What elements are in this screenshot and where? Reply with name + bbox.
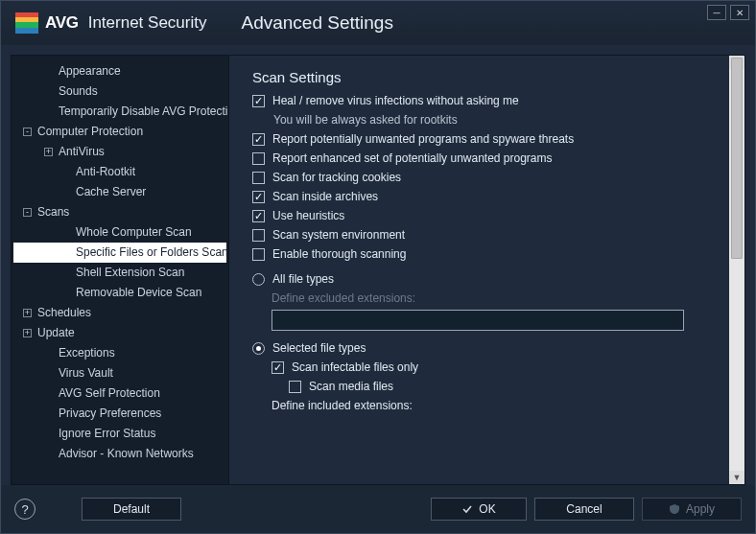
excluded-extensions-input[interactable] (272, 310, 684, 331)
checkbox-label: Scan system environment (272, 228, 405, 242)
radio-all-file-types[interactable]: All file types (252, 269, 725, 289)
sidebar-item[interactable]: Advisor - Known Networks (13, 444, 226, 464)
window-controls: ─ ✕ (707, 5, 749, 20)
sidebar[interactable]: AppearanceSoundsTemporarily Disable AVG … (11, 55, 229, 485)
checkbox-label: Enable thorough scanning (272, 247, 406, 261)
expand-icon[interactable]: + (44, 148, 53, 156)
excluded-extensions-field-wrap (252, 308, 725, 338)
footer: ? Default OK Cancel Apply (1, 485, 755, 533)
checkbox-icon (252, 210, 265, 222)
sidebar-item-label: Anti-Rootkit (76, 164, 135, 180)
sidebar-item[interactable]: +AntiVirus (13, 142, 226, 162)
sidebar-item-label: AVG Self Protection (59, 385, 160, 402)
radio-icon (252, 342, 265, 355)
shield-icon (669, 503, 680, 515)
sidebar-item[interactable]: Appearance (13, 61, 226, 81)
brand-name: AVG (45, 13, 79, 33)
sidebar-item[interactable]: +Update (13, 323, 226, 343)
sidebar-item-label: AntiVirus (59, 144, 105, 160)
cancel-button[interactable]: Cancel (534, 498, 634, 521)
checkbox-icon (252, 248, 265, 261)
sidebar-item[interactable]: Shell Extension Scan (13, 263, 226, 283)
radio-icon (252, 273, 265, 286)
sidebar-item[interactable]: Temporarily Disable AVG Protection (13, 102, 226, 122)
checkbox-row[interactable]: Heal / remove virus infections without a… (252, 91, 725, 110)
sidebar-item-label: Schedules (37, 305, 91, 321)
collapse-icon[interactable]: - (23, 128, 32, 136)
svg-rect-2 (15, 12, 38, 17)
sidebar-item[interactable]: Specific Files or Folders Scan (13, 243, 226, 263)
default-button[interactable]: Default (82, 498, 181, 521)
radio-selected-file-types[interactable]: Selected file types (252, 338, 725, 358)
sidebar-item-label: Scans (37, 204, 69, 221)
ok-check-icon (461, 503, 473, 515)
sidebar-item-label: Temporarily Disable AVG Protection (59, 104, 229, 120)
sidebar-item[interactable]: Removable Device Scan (13, 283, 226, 303)
radio-label: All file types (272, 272, 334, 286)
checkbox-icon (289, 381, 301, 393)
sidebar-item[interactable]: Sounds (13, 81, 226, 102)
sidebar-item-label: Shell Extension Scan (76, 265, 184, 281)
help-button[interactable]: ? (14, 499, 35, 520)
checkbox-label: Scan infectable files only (292, 360, 418, 374)
sidebar-item[interactable]: Cache Server (13, 182, 226, 202)
radio-label: Selected file types (272, 341, 366, 355)
sidebar-item[interactable]: Anti-Rootkit (13, 162, 226, 182)
minimize-button[interactable]: ─ (707, 5, 726, 20)
checkbox-label: Scan inside archives (272, 190, 378, 203)
checkbox-row[interactable]: Use heuristics (252, 206, 725, 225)
sidebar-item[interactable]: Exceptions (13, 343, 226, 363)
checkbox-row[interactable]: Report potentially unwanted programs and… (252, 129, 725, 149)
sidebar-item-label: Virus Vault (59, 365, 113, 382)
checkbox-subtext: You will be always asked for rootkits (252, 113, 458, 127)
apply-button[interactable]: Apply (642, 498, 742, 521)
close-button[interactable]: ✕ (730, 5, 749, 20)
section-title: Scan Settings (252, 69, 725, 85)
checkbox-label: Scan for tracking cookies (272, 171, 401, 184)
app-window: AVG Internet Security Advanced Settings … (0, 0, 756, 534)
expand-icon[interactable]: + (23, 329, 32, 337)
checkbox-icon (272, 361, 284, 374)
sidebar-item-label: Privacy Preferences (59, 406, 161, 422)
checkbox-icon (252, 133, 265, 146)
ok-label: OK (479, 502, 495, 516)
body-area: AppearanceSoundsTemporarily Disable AVG … (1, 45, 755, 485)
checkbox-row[interactable]: Scan inside archives (252, 187, 725, 206)
expand-icon[interactable]: + (23, 309, 32, 317)
sidebar-item-label: Exceptions (59, 345, 115, 361)
sidebar-item-label: Sounds (59, 83, 98, 100)
sidebar-item-label: Appearance (59, 63, 121, 80)
define-included-label-row: Define included extensions: (252, 396, 725, 415)
checkbox-label: Report potentially unwanted programs and… (272, 132, 574, 146)
checkbox-label: Report enhanced set of potentially unwan… (272, 151, 553, 165)
checkbox-label: Scan media files (309, 380, 393, 393)
sidebar-item[interactable]: Ignore Error Status (13, 424, 226, 444)
define-excluded-label-row: Define excluded extensions: (252, 289, 725, 308)
scroll-down-arrow-icon[interactable]: ▼ (729, 471, 744, 484)
brand-suite: Internet Security (88, 13, 207, 33)
scrollbar-thumb[interactable] (731, 58, 743, 259)
vertical-scrollbar[interactable]: ▲ ▼ (729, 56, 744, 484)
collapse-icon[interactable]: - (23, 208, 32, 217)
sidebar-item[interactable]: Privacy Preferences (13, 404, 226, 424)
sidebar-item[interactable]: Whole Computer Scan (13, 222, 226, 243)
titlebar: AVG Internet Security Advanced Settings … (1, 1, 755, 45)
avg-logo-icon (14, 11, 39, 35)
sidebar-item[interactable]: -Computer Protection (13, 122, 226, 142)
checkbox-row[interactable]: Scan for tracking cookies (252, 168, 725, 187)
checkbox-row[interactable]: Scan media files (252, 377, 725, 396)
apply-label: Apply (686, 502, 715, 516)
sidebar-item[interactable]: Virus Vault (13, 363, 226, 383)
ok-button[interactable]: OK (431, 498, 527, 521)
svg-rect-3 (15, 28, 38, 34)
logo: AVG Internet Security (14, 11, 206, 35)
sidebar-item[interactable]: AVG Self Protection (13, 383, 226, 404)
sidebar-item[interactable]: +Schedules (13, 303, 226, 323)
sidebar-item-label: Computer Protection (37, 124, 143, 140)
checkbox-row[interactable]: Scan infectable files only (252, 358, 725, 377)
checkbox-row[interactable]: Scan system environment (252, 225, 725, 244)
sidebar-item[interactable]: -Scans (13, 202, 226, 222)
checkbox-row[interactable]: Report enhanced set of potentially unwan… (252, 149, 725, 168)
checkbox-label: Heal / remove virus infections without a… (272, 94, 519, 107)
checkbox-row[interactable]: Enable thorough scanning (252, 244, 725, 264)
